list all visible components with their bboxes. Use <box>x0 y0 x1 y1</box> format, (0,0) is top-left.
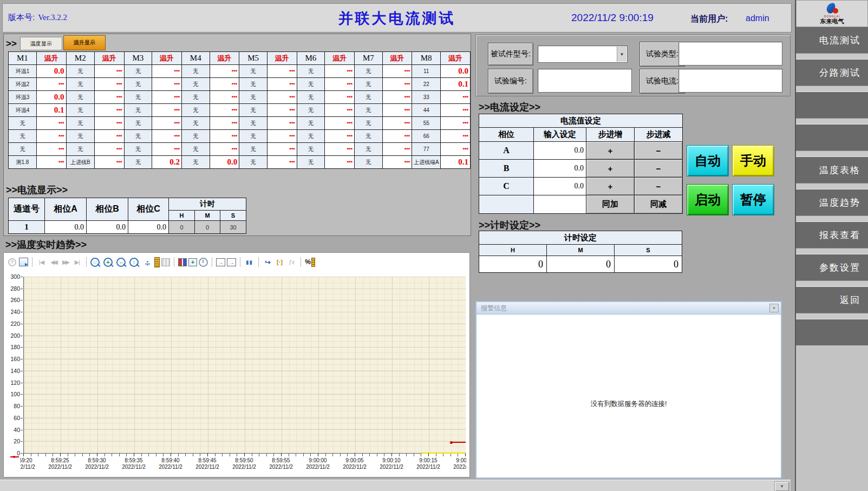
pause-button[interactable]: 暂停 <box>732 184 774 215</box>
channel-header: 通道号 <box>9 198 45 221</box>
split-view-icon[interactable] <box>178 258 187 266</box>
channel-label-cell: 无 <box>66 104 94 117</box>
data-grid-icon[interactable] <box>161 258 170 266</box>
phase-b-setpoint[interactable]: 0.0 <box>534 160 586 178</box>
percent-scale-icon[interactable] <box>305 257 315 267</box>
go-last-icon[interactable] <box>72 257 82 267</box>
export-blue-icon[interactable] <box>227 258 236 266</box>
sidebar-item-temperature-trend[interactable]: 温度趋势 <box>796 189 868 215</box>
y-axis-label: 40 <box>4 427 20 433</box>
all-minus-button[interactable]: 同减 <box>635 195 683 214</box>
phase-b-step-minus-button[interactable]: − <box>635 160 683 178</box>
y-axis-tick <box>21 394 23 395</box>
temp-rise-value-cell: *** <box>267 91 297 104</box>
temp-rise-value-cell: *** <box>152 65 182 78</box>
channel-label-cell: 无 <box>66 130 94 143</box>
channel-label-cell: 无 <box>124 65 152 78</box>
timer-h-setting[interactable]: 0 <box>479 256 547 273</box>
export-red-icon[interactable] <box>216 258 225 266</box>
close-icon[interactable]: × <box>769 304 779 312</box>
sidebar-item-branch-test[interactable]: 分路测试 <box>796 60 868 86</box>
go-first-icon[interactable] <box>36 257 47 267</box>
function-fx-icon[interactable] <box>286 257 297 267</box>
temp-rise-value-cell: *** <box>94 104 124 117</box>
test-current-input[interactable] <box>678 69 782 93</box>
timer-m-setting[interactable]: 0 <box>547 256 615 273</box>
chart-settings-icon[interactable] <box>19 258 28 266</box>
phase-col-header: 相位 <box>479 128 534 142</box>
sidebar-item-blank-3[interactable] <box>796 319 868 345</box>
sidebar-separator <box>796 86 868 92</box>
col-header-rise: 温升 <box>36 52 66 65</box>
temp-rise-value-cell: 0.2 <box>152 156 182 169</box>
step-dec-col-header: 步进减 <box>635 128 683 142</box>
channel-label-cell: 无 <box>66 143 94 156</box>
x-axis-tick <box>97 453 97 456</box>
sidebar-item-back[interactable]: 返回 <box>796 287 868 313</box>
temp-rise-value-cell: *** <box>210 130 239 143</box>
clock-icon[interactable] <box>199 258 208 267</box>
channel-label-cell: 无 <box>297 130 325 143</box>
device-model-combo[interactable]: ▼ <box>538 45 628 63</box>
test-type-input[interactable] <box>678 42 782 66</box>
temp-rise-value-cell: *** <box>210 104 239 117</box>
phase-c-step-minus-button[interactable]: − <box>635 178 683 195</box>
curve-jump-icon[interactable] <box>263 257 273 267</box>
sidebar-item-parameter-setting[interactable]: 参数设置 <box>796 254 868 280</box>
go-next-icon[interactable] <box>60 257 70 267</box>
phase-a-setpoint[interactable]: 0.0 <box>534 142 586 160</box>
sidebar-item-temperature-table[interactable]: 温度表格 <box>796 157 868 183</box>
zoom-vertical-icon[interactable] <box>129 258 139 267</box>
phase-c-step-plus-button[interactable]: + <box>586 178 635 195</box>
sidebar-item-current-test[interactable]: 电流测试 <box>796 27 868 53</box>
auto-button[interactable]: 自动 <box>687 145 729 176</box>
zoom-horizontal-icon[interactable] <box>116 258 126 267</box>
combo-dropdown-icon[interactable]: ▼ <box>617 47 626 62</box>
col-header-rise: 温升 <box>382 52 412 65</box>
add-window-icon[interactable] <box>188 258 197 266</box>
axis-ruler-icon[interactable] <box>154 257 160 267</box>
channel-label-cell: 环温2 <box>9 78 37 91</box>
tab-temperature-display[interactable]: 温度显示 <box>20 37 62 50</box>
test-number-input[interactable] <box>538 69 632 93</box>
scroll-down-button[interactable]: ▼ <box>774 481 789 491</box>
temp-rise-value-cell: *** <box>325 104 355 117</box>
sidebar-item-blank-1[interactable] <box>796 92 868 118</box>
phase-a-step-minus-button[interactable]: − <box>635 142 683 160</box>
manual-button[interactable]: 手动 <box>732 145 774 176</box>
zoom-box-icon[interactable] <box>90 258 100 267</box>
phase-c-setpoint[interactable]: 0.0 <box>534 178 586 195</box>
x-axis-tick <box>428 453 429 456</box>
sidebar-item-report-view[interactable]: 报表查看 <box>796 222 868 248</box>
y-axis-label: 200 <box>4 332 20 339</box>
temp-rise-value-cell: *** <box>36 143 66 156</box>
all-plus-button[interactable]: 同加 <box>586 195 635 214</box>
tabs-marker: >> <box>6 37 17 50</box>
phase-a-step-plus-button[interactable]: + <box>586 142 635 160</box>
x-axis-tick <box>281 453 282 456</box>
tab-temp-rise-display[interactable]: 温升显示 <box>63 35 106 50</box>
y-axis-label: 160 <box>4 356 20 362</box>
pan-icon[interactable] <box>142 257 153 267</box>
pause-icon[interactable] <box>244 257 254 267</box>
channel-label-cell: 无 <box>124 156 152 169</box>
zoom-in-icon[interactable] <box>103 258 113 267</box>
timer-s-setting[interactable]: 0 <box>615 256 682 273</box>
sidebar-item-blank-2[interactable] <box>796 125 868 150</box>
horizontal-scrollbar[interactable]: ▼ <box>0 480 791 491</box>
help-icon[interactable] <box>7 257 17 267</box>
temp-rise-value-cell: *** <box>325 117 355 130</box>
y-axis-label: 140 <box>4 368 20 374</box>
toolbar-separator <box>258 257 259 267</box>
temp-rise-value-cell: *** <box>152 91 182 104</box>
go-prev-icon[interactable] <box>48 257 58 267</box>
start-button[interactable]: 启动 <box>687 184 729 215</box>
col-header-m: M3 <box>124 52 152 65</box>
phase-b-header: 相位B <box>87 198 128 221</box>
blank-setpoint-cell[interactable] <box>534 195 586 214</box>
phase-b-step-plus-button[interactable]: + <box>586 160 635 178</box>
channel-label-cell: 上进线B <box>66 156 94 169</box>
test-info-box: 被试件型号: ▼ 试验类型: 试验编号: 试验电流: <box>475 35 791 96</box>
temp-rise-value-cell: 0.0 <box>36 65 66 78</box>
bracket-range-icon[interactable] <box>275 257 285 267</box>
